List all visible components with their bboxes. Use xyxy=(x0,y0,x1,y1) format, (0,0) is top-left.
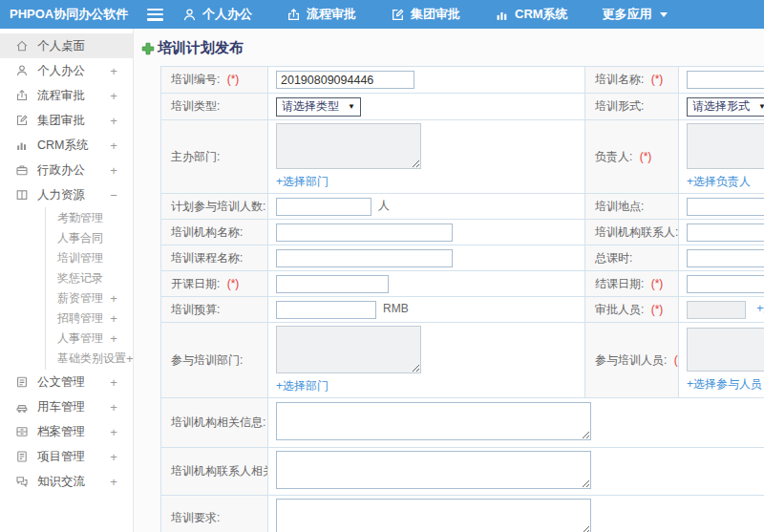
topnav-workflow-approval[interactable]: 流程审批 xyxy=(286,6,356,23)
sidebar-item-personal-office[interactable]: 个人办公 + xyxy=(0,58,133,83)
end-date-input[interactable] xyxy=(687,275,764,293)
field-label: 主办部门: xyxy=(171,150,220,163)
field-label: 培训机构名称: xyxy=(171,225,243,239)
submenu-item-recruit-mgmt[interactable]: 招聘管理 + xyxy=(46,309,133,329)
topnav-personal-office[interactable]: 个人办公 xyxy=(182,6,252,23)
currency-suffix: RMB xyxy=(383,302,409,315)
select-dept-link[interactable]: +选择部门 xyxy=(276,175,329,188)
expand-plus[interactable]: + xyxy=(109,331,118,346)
expand-plus[interactable]: + xyxy=(109,475,118,489)
sidebar-item-knowledge-exchange[interactable]: 知识交流 + xyxy=(0,469,133,494)
planned-count-input[interactable] xyxy=(276,198,371,216)
top-bar: PHPOA协同办公软件 个人办公 流程审批 集团审批 CRM系统 更多应用 xyxy=(0,0,764,29)
expand-plus[interactable]: + xyxy=(109,64,118,78)
field-label: 计划参与培训人数: xyxy=(171,200,265,213)
sidebar-item-document-mgmt[interactable]: 公文管理 + xyxy=(0,370,133,394)
sidebar-item-admin-office[interactable]: 行政办公 + xyxy=(0,158,133,182)
host-dept-label-cell: 主办部门: xyxy=(161,120,268,194)
expand-plus[interactable]: + xyxy=(109,311,118,326)
select-dept-link[interactable]: +选择部门 xyxy=(276,379,329,393)
required-mark: (*) xyxy=(227,277,240,290)
expand-plus[interactable]: + xyxy=(109,138,118,153)
archive-icon xyxy=(15,425,29,438)
expand-plus[interactable]: + xyxy=(109,163,118,178)
join-dept-label-cell: 参与培训部门: xyxy=(161,323,268,398)
end-date-label-cell: 结课日期: (*) xyxy=(585,271,679,297)
training-form-select[interactable]: 请选择形式 ▼ xyxy=(687,97,764,117)
green-plus-icon xyxy=(141,42,155,55)
join-person-textarea[interactable] xyxy=(687,328,764,372)
leader-textarea[interactable] xyxy=(687,123,764,169)
sidebar-item-vehicle-mgmt[interactable]: 用车管理 + xyxy=(0,394,133,419)
required-mark: (*) xyxy=(651,277,664,290)
field-label: 开课日期: xyxy=(171,277,220,290)
training-type-select[interactable]: 请选择类型 ▼ xyxy=(276,97,361,117)
required-mark: (*) xyxy=(651,303,664,316)
location-input[interactable] xyxy=(687,198,764,216)
org-info-textarea[interactable] xyxy=(276,402,591,440)
expand-plus[interactable]: + xyxy=(109,114,118,128)
required-mark: (*) xyxy=(227,73,240,86)
submenu-item-personnel-mgmt[interactable]: 人事管理 + xyxy=(46,329,133,349)
org-name-input[interactable] xyxy=(276,223,453,242)
topnav-group-approval[interactable]: 集团审批 xyxy=(391,6,460,23)
field-label: 培训类型: xyxy=(171,99,220,113)
top-navigation: 个人办公 流程审批 集团审批 CRM系统 更多应用 xyxy=(182,6,668,23)
expand-plus[interactable]: + xyxy=(109,89,118,103)
sidebar-item-archive-mgmt[interactable]: 档案管理 + xyxy=(0,419,133,444)
field-label: 培训机构联系人相关信息: xyxy=(171,464,268,478)
start-date-input[interactable] xyxy=(276,275,389,293)
expand-plus[interactable]: + xyxy=(126,351,134,366)
sidebar-item-crm-system[interactable]: CRM系统 + xyxy=(0,133,133,158)
submenu-item-attendance[interactable]: 考勤管理 xyxy=(46,208,133,228)
document-icon xyxy=(15,375,29,389)
requirement-label-cell: 培训要求: xyxy=(161,496,268,532)
select-participants-link[interactable]: +选择参与人员 xyxy=(687,377,762,391)
sidebar-item-workflow-approval[interactable]: 流程审批 + xyxy=(0,83,133,108)
total-hours-input[interactable] xyxy=(687,249,764,267)
budget-input[interactable] xyxy=(276,301,376,319)
org-contact-input[interactable] xyxy=(687,223,764,242)
select-leader-link[interactable]: +选择负责人 xyxy=(687,175,751,188)
topnav-more-apps[interactable]: 更多应用 xyxy=(603,6,668,23)
app-window: PHPOA协同办公软件 个人办公 流程审批 集团审批 CRM系统 更多应用 xyxy=(0,0,764,532)
expand-plus[interactable]: + xyxy=(109,400,118,415)
field-label: 培训编号: xyxy=(171,73,220,86)
expand-plus[interactable]: + xyxy=(109,375,118,390)
hamburger-menu-icon[interactable] xyxy=(147,9,163,21)
submenu-item-hr-contract[interactable]: 人事合同 xyxy=(46,228,133,248)
sidebar-item-project-mgmt[interactable]: 项目管理 + xyxy=(0,444,133,469)
sidebar-item-human-resources[interactable]: 人力资源 − xyxy=(0,182,133,207)
expand-plus[interactable]: + xyxy=(109,450,118,464)
submenu-item-salary-mgmt[interactable]: 薪资管理 + xyxy=(46,288,133,309)
host-dept-textarea[interactable] xyxy=(276,123,421,169)
submenu-item-training-mgmt[interactable]: 培训管理 xyxy=(46,248,133,268)
expand-plus[interactable]: + xyxy=(109,291,118,306)
leader-label-cell: 负责人: (*) xyxy=(585,120,679,194)
submenu-item-reward-punish[interactable]: 奖惩记录 xyxy=(46,268,133,288)
training-no-input[interactable] xyxy=(276,71,414,89)
expand-plus[interactable]: + xyxy=(109,425,118,439)
user-icon xyxy=(15,64,29,77)
planned-count-label-cell: 计划参与培训人数: (*) xyxy=(161,194,268,220)
training-type-label-cell: 培训类型: xyxy=(161,94,268,120)
collapse-minus[interactable]: − xyxy=(109,188,118,202)
course-name-input[interactable] xyxy=(276,249,453,267)
approver-input[interactable] xyxy=(687,301,746,319)
org-contact-info-textarea[interactable] xyxy=(276,451,591,489)
join-dept-textarea[interactable] xyxy=(276,326,421,373)
field-label: 培训地点: xyxy=(595,200,644,213)
submenu-item-base-category[interactable]: 基础类别设置 + xyxy=(46,349,133,369)
training-name-input[interactable] xyxy=(687,71,764,89)
training-form-table: 培训编号: (*) 培训名称: (*) 培训类型: xyxy=(160,66,764,532)
sidebar-item-personal-desktop[interactable]: 个人桌面 xyxy=(0,33,133,58)
main-content: 培训计划发布 培训编号: (*) 培训名称: (*) xyxy=(134,29,764,532)
sidebar-item-group-approval[interactable]: 集团审批 + xyxy=(0,108,133,133)
budget-label-cell: 培训预算: xyxy=(161,297,268,323)
select-approver-link[interactable]: +选择审批人员 xyxy=(756,302,764,315)
requirement-textarea[interactable] xyxy=(276,499,591,532)
start-date-label-cell: 开课日期: (*) xyxy=(161,271,268,297)
project-icon xyxy=(15,450,29,463)
app-brand: PHPOA协同办公软件 xyxy=(0,6,141,23)
topnav-crm-system[interactable]: CRM系统 xyxy=(495,6,568,23)
